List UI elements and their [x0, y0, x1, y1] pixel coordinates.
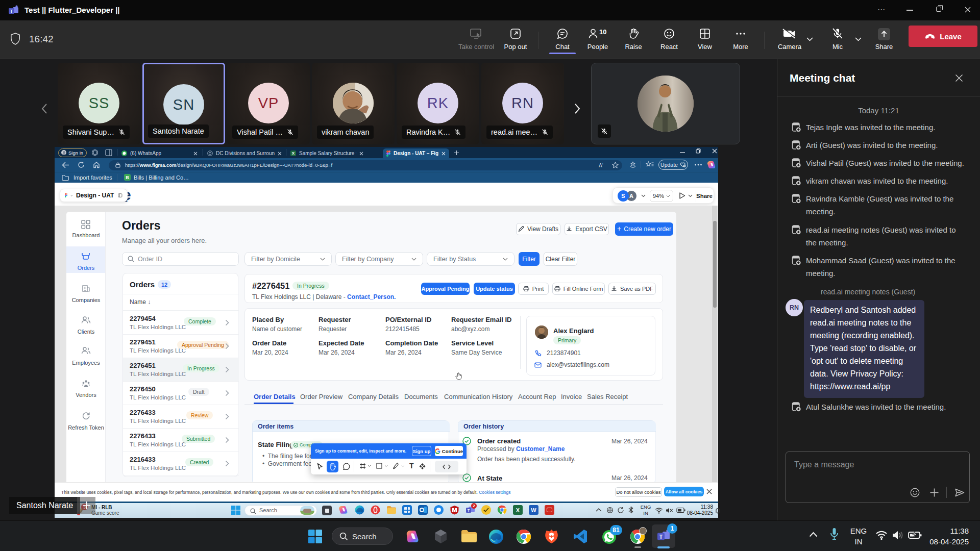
svg-text:T: T — [659, 534, 663, 540]
svg-text:T: T — [10, 9, 13, 14]
svg-text:Aʻ: Aʻ — [599, 163, 603, 168]
svg-text:T: T — [468, 508, 470, 513]
svg-text:10: 10 — [599, 28, 606, 36]
